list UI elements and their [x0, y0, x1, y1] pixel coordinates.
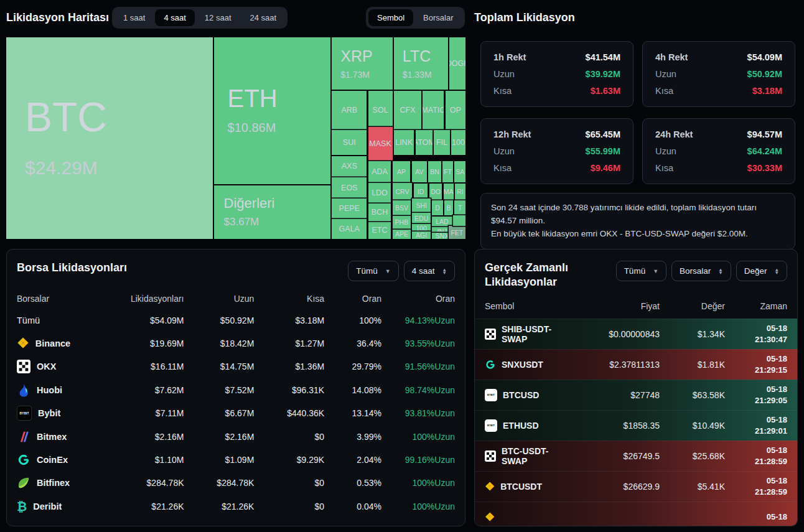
treemap-tile-sa[interactable]: SA — [454, 161, 465, 182]
treemap-tile-ape[interactable]: APE — [393, 230, 411, 239]
treemap-tile-ldo[interactable]: LDO — [368, 183, 391, 203]
tile-label: EOS — [341, 184, 357, 192]
treemap-tile-matic[interactable]: MATIC — [423, 91, 444, 129]
exchange-liquidations: $19.69M — [109, 338, 184, 348]
treemap-tile-bn[interactable]: BN — [428, 161, 441, 182]
treemap-tile-sol[interactable]: SOL — [368, 91, 393, 129]
liquidation-row: ❖05-18 — [475, 502, 797, 526]
treemap-tile-link[interactable]: LINK — [394, 130, 414, 155]
treemap-tile-shi[interactable]: SHI — [412, 198, 431, 212]
exchange-name: ❖Binance — [17, 337, 104, 350]
treemap-tile-xrp[interactable]: XRP$1.73M — [332, 37, 392, 90]
rekt-card-24h: 24h Rekt$94.57MUzun$64.24MKısa$30.33M — [642, 118, 795, 184]
treemap-tile-mask[interactable]: MASK — [368, 127, 393, 161]
filter-tümü-dropdown[interactable]: Tümü▼ — [616, 261, 666, 281]
exchange-row-okx: OKX$16.11M$14.75M$1.36M29.79%91.56%Uzun — [7, 355, 465, 378]
tile-label: ADA — [372, 167, 388, 176]
mode-tab-sembol[interactable]: Sembol — [368, 9, 413, 26]
treemap-tile-etc[interactable]: ETC — [368, 222, 391, 239]
exchange-liquidations: $7.11M — [109, 408, 184, 418]
exchange-long-ratio: 100%Uzun — [386, 432, 455, 442]
exchange-row-coinex: CoinEx$1.10M$1.09M$9.29K2.04%99.16%Uzun — [7, 448, 465, 471]
treemap-tile-ada[interactable]: ADA — [368, 161, 391, 182]
treemap-tile-bch[interactable]: BCH — [368, 203, 391, 222]
filter-tümü-dropdown[interactable]: Tümü▼ — [348, 261, 398, 281]
summary-note: Son 24 saat içinde 30.788 yatırımcı liki… — [480, 193, 795, 250]
treemap-tile-do[interactable]: DO — [429, 184, 442, 200]
exchange-panel-filters: Tümü▼4 saat▲▼ — [348, 261, 455, 281]
filter-borsalar-dropdown[interactable]: Borsalar▲▼ — [671, 261, 731, 281]
exchange-name: CoinEx — [17, 453, 104, 467]
treemap-tile-pepe[interactable]: PEPE — [332, 198, 367, 218]
mode-tab-borsalar[interactable]: Borsalar — [414, 9, 462, 26]
filter-4-saat-dropdown[interactable]: 4 saat▲▼ — [404, 261, 455, 281]
treemap-tile-phb[interactable]: PHB — [393, 216, 411, 229]
tile-label: DO — [431, 188, 441, 195]
time-tab-24-saat[interactable]: 24 saat — [241, 9, 286, 26]
treemap-tile-ap[interactable]: AP — [393, 161, 411, 182]
tile-label: SOL — [373, 106, 388, 114]
exchange-col-header: Oran — [386, 294, 455, 304]
exchange-col-header: Borsalar — [17, 294, 104, 304]
tile-label: 100 — [452, 138, 465, 147]
chevron-down-icon: ▼ — [385, 268, 391, 274]
treemap-tile-av[interactable]: AV — [412, 161, 427, 182]
exchange-name: OKX — [17, 360, 104, 373]
exchange-name: Bitfinex — [17, 476, 104, 490]
tile-label: LAD — [436, 218, 448, 225]
treemap-tile-ft[interactable]: FT — [442, 161, 453, 182]
treemap-tile-axs[interactable]: AXS — [332, 156, 367, 177]
treemap-tile-id[interactable]: ID — [414, 184, 428, 200]
treemap-tile-atom[interactable]: ATOM — [416, 130, 432, 155]
time-tab-1-saat[interactable]: 1 saat — [115, 9, 154, 26]
tile-label: SNX — [436, 233, 449, 239]
exchange-long-ratio: 100%Uzun — [386, 478, 455, 488]
liquidation-price: $2.37811313 — [573, 360, 660, 370]
treemap-tile-crv[interactable]: CRV — [393, 183, 413, 200]
tile-label: PEPE — [339, 204, 360, 213]
binance-icon: ❖ — [485, 481, 495, 492]
treemap-tile-lad[interactable]: LAD — [432, 217, 452, 227]
treemap-tile[interactable] — [453, 215, 465, 225]
liquidation-row-shib-usdt-swap: SHIB-USDT-SWAP$0.00000843$1.34K05-1821:3… — [475, 319, 797, 349]
top-header: Likidasyon Haritası 1 saat4 saat12 saat2… — [0, 0, 804, 37]
exchange-name: BYBITBybit — [17, 406, 104, 421]
time-tab-4-saat[interactable]: 4 saat — [155, 9, 194, 26]
treemap-tile-fil[interactable]: FIL — [434, 130, 450, 155]
filter-değer-dropdown[interactable]: Değer▲▼ — [736, 261, 787, 281]
treemap-tile-op[interactable]: OP — [446, 91, 465, 129]
liquidation-symbol: ❖ — [485, 511, 573, 523]
treemap-tile-diğerleri[interactable]: Diğerleri$3.67M — [214, 185, 330, 239]
exchange-share: 14.08% — [329, 385, 381, 395]
treemap-tile-edu[interactable]: EDU — [412, 213, 431, 223]
rekt-short-row: Kısa$3.18M — [655, 86, 782, 96]
summary-note-line: Son 24 saat içinde 30.788 yatırımcı liki… — [491, 202, 785, 228]
treemap-tile-100[interactable]: 100 — [451, 130, 465, 155]
rekt-total-row: 1h Rekt$41.54M — [493, 52, 620, 62]
treemap-tile-b[interactable]: B — [444, 200, 453, 215]
time-tab-12-saat[interactable]: 12 saat — [196, 9, 240, 26]
treemap-tile-arb[interactable]: ARB — [332, 91, 367, 129]
exchange-liquidations: $7.62M — [109, 385, 184, 395]
treemap-tile-t[interactable]: T — [454, 200, 465, 215]
treemap-tile-gala[interactable]: GALA — [332, 219, 367, 239]
rekt-total-row: 12h Rekt$65.45M — [493, 129, 620, 139]
liquidation-symbol: SHIB-USDT-SWAP — [485, 324, 573, 344]
treemap-tile-cfx[interactable]: CFX — [394, 91, 421, 129]
treemap-tile-ltc[interactable]: LTC$1.33M — [394, 37, 448, 90]
okx-icon — [485, 450, 496, 462]
treemap-tile-doge[interactable]: DOGE — [449, 37, 465, 90]
rekt-long-row: Uzun$55.99M — [493, 146, 620, 156]
treemap-tile-bsv[interactable]: BSV — [393, 200, 411, 215]
treemap-tile-ri[interactable]: RI — [455, 184, 465, 200]
treemap-tile-fet[interactable]: FET — [449, 226, 465, 239]
treemap-tile-eos[interactable]: EOS — [332, 177, 367, 198]
treemap-tile-btc[interactable]: BTC$24.29M — [6, 37, 213, 239]
treemap-tile-d[interactable]: D — [432, 200, 443, 215]
treemap-tile-ma[interactable]: MA — [444, 184, 454, 200]
tile-label: D — [435, 204, 440, 212]
treemap-tile-sui[interactable]: SUI — [332, 130, 367, 155]
treemap-tile-agi[interactable]: AGI — [412, 231, 431, 239]
treemap-tile-eth[interactable]: ETH$10.86M — [214, 37, 330, 184]
tile-label: ID — [418, 188, 424, 195]
